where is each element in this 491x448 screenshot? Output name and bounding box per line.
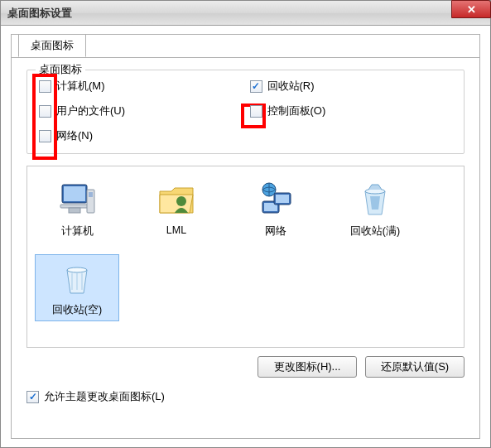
preview-item-recycle-empty[interactable]: 回收站(空) [36, 255, 118, 320]
checkbox-label: 回收站(R) [267, 79, 315, 94]
tab-desktop-icons[interactable]: 桌面图标 [18, 34, 86, 57]
button-label: 更改图标(H)... [274, 359, 341, 374]
checkbox-grid: 计算机(M) 回收站(R) 用户的文件(U) 控制面 [39, 79, 452, 143]
icon-preview-panel: 计算机 LML [26, 166, 465, 348]
computer-icon [57, 180, 97, 219]
network-icon [256, 180, 296, 219]
preview-item-network[interactable]: 网络 [234, 176, 317, 242]
checkbox-label: 控制面板(O) [267, 104, 326, 118]
icon-row-top: 计算机 LML [36, 176, 455, 242]
tab-label: 桌面图标 [31, 38, 74, 53]
tab-body: 桌面图标 计算机(M) 回收站(R) [12, 57, 479, 438]
dialog-window: 桌面图标设置 ✕ 桌面图标 桌面图标 计算机(M) [0, 0, 491, 448]
preview-item-computer[interactable]: 计算机 [36, 176, 118, 242]
checkbox-label: 允许主题更改桌面图标(L) [44, 389, 165, 404]
svg-rect-4 [89, 192, 93, 197]
checkbox-icon [39, 130, 51, 142]
titlebar[interactable]: 桌面图标设置 ✕ [1, 1, 490, 26]
checkbox-icon [250, 80, 262, 93]
checkbox-icon [39, 105, 51, 118]
dialog-client-area: 桌面图标 桌面图标 计算机(M) 回收站(R) [11, 34, 480, 439]
user-folder-icon [156, 180, 196, 219]
close-icon: ✕ [467, 3, 476, 16]
checkbox-recycle-bin[interactable]: 回收站(R) [250, 79, 453, 94]
button-row: 更改图标(H)... 还原默认值(S) [26, 356, 465, 378]
checkbox-label: 计算机(M) [56, 79, 105, 94]
preview-label: 计算机 [61, 224, 94, 238]
checkbox-icon [39, 80, 51, 93]
preview-label: LML [166, 224, 186, 236]
restore-default-button[interactable]: 还原默认值(S) [365, 356, 465, 378]
preview-item-recycle-full[interactable]: 回收站(满) [334, 176, 416, 242]
fieldset-legend: 桌面图标 [36, 62, 85, 77]
close-button[interactable]: ✕ [451, 0, 491, 18]
checkbox-allow-theme-change[interactable]: 允许主题更改桌面图标(L) [26, 389, 465, 404]
checkbox-control-panel[interactable]: 控制面板(O) [250, 104, 453, 118]
checkbox-computer[interactable]: 计算机(M) [39, 79, 242, 94]
preview-label: 回收站(空) [52, 303, 102, 317]
recycle-full-icon [355, 180, 395, 219]
preview-label: 回收站(满) [350, 224, 400, 238]
change-icon-button[interactable]: 更改图标(H)... [258, 356, 357, 378]
checkbox-icon [250, 105, 262, 118]
svg-rect-1 [64, 186, 85, 201]
checkbox-user-files[interactable]: 用户的文件(U) [39, 104, 242, 118]
icon-row-bottom: 回收站(空) [36, 255, 455, 320]
recycle-empty-icon [57, 258, 97, 298]
svg-rect-10 [276, 195, 289, 203]
checkbox-label: 用户的文件(U) [56, 104, 125, 118]
button-label: 还原默认值(S) [381, 359, 449, 374]
svg-rect-5 [69, 208, 80, 213]
checkbox-label: 网络(N) [56, 128, 93, 143]
fieldset-desktop-icons: 桌面图标 计算机(M) 回收站(R) [26, 70, 465, 154]
svg-rect-2 [60, 205, 89, 208]
preview-item-user-folder[interactable]: LML [135, 176, 218, 242]
preview-label: 网络 [265, 224, 286, 238]
checkbox-network[interactable]: 网络(N) [39, 128, 242, 143]
svg-point-13 [67, 267, 87, 272]
checkbox-icon [26, 391, 39, 403]
window-title: 桌面图标设置 [7, 6, 72, 21]
svg-point-6 [176, 196, 186, 206]
